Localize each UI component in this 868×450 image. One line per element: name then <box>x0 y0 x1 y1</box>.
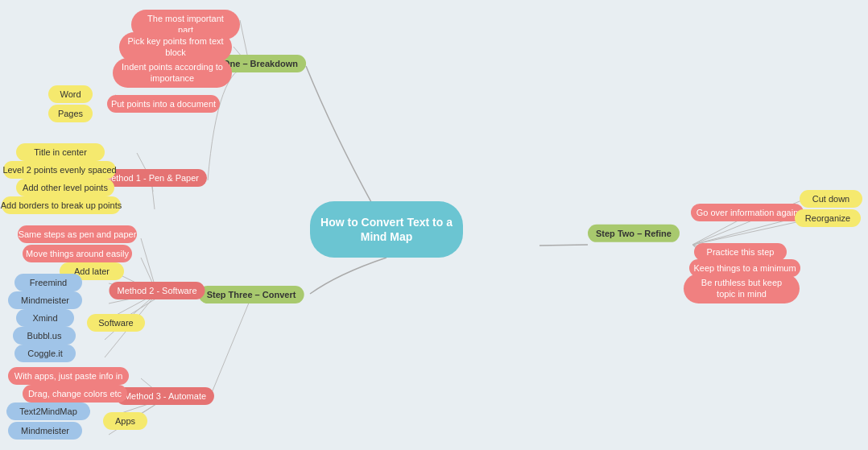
with-apps-node: With apps, just paste info in <box>8 367 129 385</box>
svg-line-32 <box>209 297 251 398</box>
indent-points-node: Indent points according to importance <box>113 58 232 88</box>
svg-line-25 <box>692 221 804 245</box>
method3-node: Method 3 - Automate <box>116 387 214 405</box>
word-node: Word <box>48 85 93 103</box>
apps-node: Apps <box>103 412 147 430</box>
method2-node: Method 2 - Software <box>109 282 205 299</box>
pages-node: Pages <box>48 105 93 122</box>
go-over-node: Go over information again <box>691 204 804 221</box>
xmind-node: Xmind <box>16 309 74 327</box>
freemind-node: Freemind <box>14 274 82 291</box>
text2mindmap-node: Text2MindMap <box>6 403 90 420</box>
mindmeister2-node: Mindmeister <box>8 422 82 440</box>
be-ruthless-node: Be ruthless but keep topic in mind <box>684 274 800 303</box>
move-things-node: Move things around easily <box>23 245 132 262</box>
center-node: How to Convert Text to a Mind Map <box>310 201 463 258</box>
practice-step-node: Practice this step <box>694 243 787 261</box>
svg-line-0 <box>539 245 588 246</box>
mindmeister1-node: Mindmeister <box>8 291 82 309</box>
coggle-node: Coggle.it <box>14 345 76 362</box>
title-center-node: Title in center <box>16 143 105 161</box>
bubbls-node: Bubbl.us <box>13 327 76 345</box>
software-node: Software <box>87 314 145 332</box>
level2-points-node: Level 2 points evenly spaced <box>3 161 116 179</box>
add-other-level-node: Add other level points <box>16 179 114 196</box>
drag-change-node: Drag, change colors etc <box>23 385 127 403</box>
add-borders-node: Add borders to break up points <box>2 196 121 214</box>
reorganize-node: Reorganize <box>795 209 861 227</box>
same-steps-node: Same steps as pen and paper <box>18 225 137 243</box>
put-points-node: Put points into a document <box>107 95 220 113</box>
step-three-node: Step Three – Convert <box>199 286 304 303</box>
cut-down-node: Cut down <box>800 190 862 208</box>
step-two-node: Step Two – Refine <box>588 225 680 242</box>
